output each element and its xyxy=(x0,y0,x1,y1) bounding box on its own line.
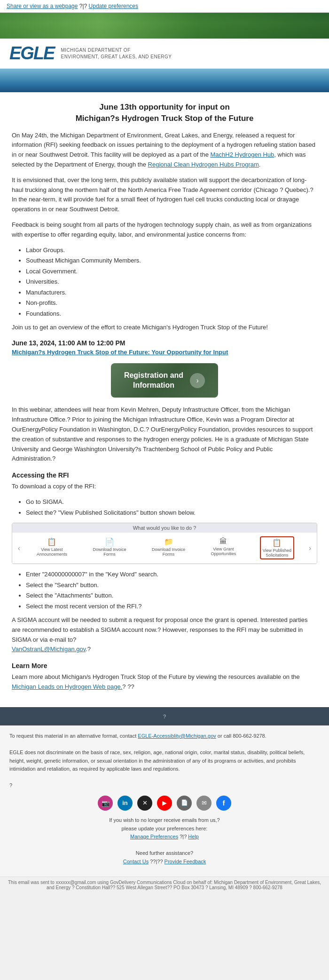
list-item: Select the most recent version of the RF… xyxy=(26,602,317,611)
footer-light: To request this material in an alternati… xyxy=(0,725,329,876)
bottom-bar-text: This email was sent to xxxxxx@gmail.com … xyxy=(8,880,321,890)
invoice-icon-2: 📁 xyxy=(164,537,173,546)
share-link[interactable]: Share or view as a webpage xyxy=(7,3,78,9)
reg-button-text: Registration and Information xyxy=(124,371,183,390)
assistance-line: Need further assistance? xyxy=(9,849,320,858)
sigma-link[interactable]: SIGMA xyxy=(42,498,62,505)
paragraph-4: Join us to get an overview of the effort… xyxy=(12,323,317,333)
unsub-line1: If you wish to no longer receive emails … xyxy=(9,816,320,825)
egle-logo: EGLE xyxy=(9,43,54,64)
michigan-leads-link[interactable]: Michigan Leads on Hydrogen Web page. xyxy=(12,683,122,690)
unsub-line2: please update your preferences here: xyxy=(9,825,320,833)
sigma-nav-item-announcements: 📋 View LatestAnnouncements xyxy=(35,536,69,559)
list-item: Foundations. xyxy=(26,309,317,319)
accessing-list: Go to SIGMA. Select the? "View Published… xyxy=(26,497,317,517)
list-item: Southeast Michigan Community Members. xyxy=(26,256,317,265)
bio-paragraph: In this webinar, attendees will hear fro… xyxy=(12,405,317,464)
logo-bar: EGLE MICHIGAN DEPARTMENT OF ENVIRONMENT,… xyxy=(0,39,329,69)
discrimination-para: EGLE does not discriminate on the basis … xyxy=(9,749,320,773)
accessibility-para: To request this material in an alternati… xyxy=(9,732,320,741)
unsub-links: Manage Preferences ?|? Help xyxy=(9,833,320,841)
grants-icon: 🏛 xyxy=(219,537,227,546)
social-bar: 📷 in ✕ ▶ 📄 ✉ f xyxy=(9,796,320,811)
paragraph-3: Feedback is being sought from all parts … xyxy=(12,220,317,240)
header-nature-image xyxy=(0,13,329,39)
learn-more-heading: Learn More xyxy=(12,662,317,669)
sigma-screenshot-box: What would you like to do ? ‹ 📋 View Lat… xyxy=(12,523,317,564)
reg-button-container: Registration and Information › xyxy=(12,363,317,398)
update-preferences-link[interactable]: Update preferences xyxy=(89,3,138,9)
twitter-x-icon[interactable]: ✕ xyxy=(137,796,152,811)
paragraph-1: On May 24th, the Michigan Department of … xyxy=(12,131,317,170)
accessibility-email-link[interactable]: EGLE-Accessiblity@Michigan.gov xyxy=(138,733,216,739)
main-content: June 13th opportunity for input on Michi… xyxy=(0,92,329,707)
list-item: Select the? "View Published Solicitation… xyxy=(26,508,317,518)
footer-dark-text: ? xyxy=(163,714,166,719)
list-item: Non-profits. xyxy=(26,298,317,308)
list-item: Labor Groups. xyxy=(26,246,317,255)
footer-extra: ? xyxy=(9,781,320,790)
list-item: Go to SIGMA. xyxy=(26,497,317,507)
sigma-steps-list: Enter "240000000007" in the "Key Word" s… xyxy=(26,570,317,611)
accessing-rfi-heading: Accessing the RFI xyxy=(12,471,317,479)
registration-button[interactable]: Registration and Information › xyxy=(111,363,218,398)
concern-list: Labor Groups. Southeast Michigan Communi… xyxy=(26,246,317,319)
sigma-box-title: What would you like to do ? xyxy=(12,523,317,533)
logo-text: MICHIGAN DEPARTMENT OF ENVIRONMENT, GREA… xyxy=(61,47,172,60)
article-title: June 13th opportunity for input on Michi… xyxy=(12,102,317,124)
list-item: Select the "Search" button. xyxy=(26,581,317,590)
waterfall-image xyxy=(0,69,329,92)
solicitations-icon: 📋 xyxy=(272,538,282,547)
footer-dark-band: ? xyxy=(0,707,329,725)
list-item: Enter "240000000007" in the "Key Word" s… xyxy=(26,570,317,579)
event-link[interactable]: Michigan?s Hydrogen Truck Stop of the Fu… xyxy=(12,349,317,356)
facebook-icon[interactable]: f xyxy=(216,796,231,811)
sigma-email-link[interactable]: VanOstranL@Michigan.gov xyxy=(12,645,86,653)
unsub-section: If you wish to no longer receive emails … xyxy=(9,816,320,866)
list-item: Local Government. xyxy=(26,267,317,276)
sigma-next-arrow[interactable]: › xyxy=(305,542,315,554)
help-link[interactable]: Help xyxy=(188,834,199,839)
invoice-icon-1: 📄 xyxy=(105,537,114,546)
sigma-nav-item-invoice1: 📄 Download InvoiceForms xyxy=(91,536,128,559)
reg-button-arrow-icon: › xyxy=(190,373,205,388)
manage-preferences-link[interactable]: Manage Preferences xyxy=(130,834,178,839)
sigma-account-para: A SIGMA account will be needed to submit… xyxy=(12,615,317,654)
bottom-bar: This email was sent to xxxxxx@gmail.com … xyxy=(0,876,329,893)
document-icon[interactable]: 📄 xyxy=(177,796,192,811)
linkedin-icon[interactable]: in xyxy=(118,796,133,811)
youtube-icon[interactable]: ▶ xyxy=(157,796,172,811)
email-icon[interactable]: ✉ xyxy=(196,796,212,811)
separator: ?|? xyxy=(79,3,87,9)
sigma-nav-item-solicitations: 📋 View PublishedSolicitations xyxy=(260,536,294,559)
event-date: June 13, 2024, 11:00 AM to 12:00 PM xyxy=(12,339,317,347)
list-item: Manufacturers. xyxy=(26,288,317,297)
sigma-nav-items: 📋 View LatestAnnouncements 📄 Download In… xyxy=(24,536,306,559)
sigma-nav-item-grants: 🏛 View GrantOpportunities xyxy=(209,536,238,559)
sigma-prev-arrow[interactable]: ‹ xyxy=(14,542,24,554)
contact-us-link[interactable]: Contact Us xyxy=(123,859,149,864)
contact-links: Contact Us ??|?? Provide Feedback xyxy=(9,858,320,866)
sigma-nav: ‹ 📋 View LatestAnnouncements 📄 Download … xyxy=(12,533,317,564)
accessing-para: To download a copy of the RFI: xyxy=(12,482,317,492)
list-item: Universities. xyxy=(26,277,317,287)
feedback-link[interactable]: Provide Feedback xyxy=(164,859,206,864)
paragraph-2: It is envisioned that, over the long ter… xyxy=(12,175,317,215)
mach-h2-link[interactable]: MachH2 Hydrogen Hub xyxy=(210,151,274,158)
list-item: Select the "Attachments" button. xyxy=(26,591,317,600)
announcements-icon: 📋 xyxy=(47,537,56,546)
top-bar: Share or view as a webpage ?|? Update pr… xyxy=(0,0,329,13)
sigma-nav-item-invoice2: 📁 Download InvoiceForms xyxy=(150,536,187,559)
instagram-icon[interactable]: 📷 xyxy=(98,796,113,811)
learn-more-para: Learn more about Michigan/s Hydrogen Tru… xyxy=(12,672,317,692)
regional-clean-link[interactable]: Regional Clean Hydrogen Hubs Program xyxy=(148,161,259,168)
